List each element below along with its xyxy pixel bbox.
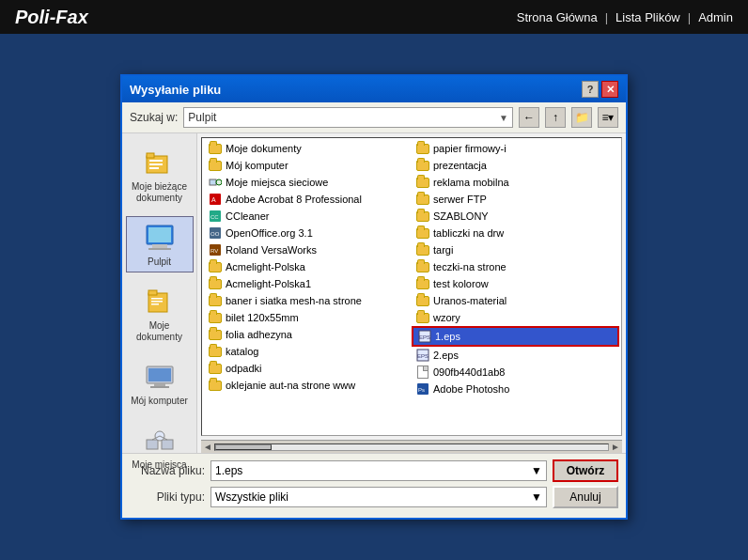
scroll-left-btn[interactable]: ◄ xyxy=(203,442,212,452)
list-item[interactable]: Uranos-material xyxy=(412,292,619,309)
list-item[interactable]: targi xyxy=(412,241,619,258)
list-item[interactable]: wzory xyxy=(412,309,619,326)
folder-icon xyxy=(415,141,430,156)
svg-rect-8 xyxy=(148,248,171,250)
filename-value: 1.eps xyxy=(215,464,242,477)
scroll-track xyxy=(214,443,609,451)
list-item[interactable]: odpadki xyxy=(204,360,412,377)
folder-icon xyxy=(208,361,223,376)
scroll-right-btn[interactable]: ► xyxy=(611,442,620,452)
filetype-label: Pliki typu: xyxy=(130,490,205,504)
svg-rect-12 xyxy=(151,301,163,303)
list-item[interactable]: SZABLONY xyxy=(412,208,619,225)
list-item[interactable]: CC CCleaner xyxy=(204,208,412,225)
list-item[interactable]: Acmelight-Polska1 xyxy=(204,275,412,292)
pulpit-icon xyxy=(143,221,177,255)
list-item[interactable]: serwer FTP xyxy=(412,191,619,208)
list-item[interactable]: papier firmowy-i xyxy=(412,140,619,157)
folder-icon xyxy=(415,293,430,308)
sidebar-item-moje-dokumenty[interactable]: Moje dokumenty xyxy=(126,280,194,348)
folder-icon xyxy=(415,209,430,224)
moje-dokumenty-icon xyxy=(143,285,177,319)
svg-rect-9 xyxy=(148,293,167,312)
list-item[interactable]: baner i siatka mesh-na strone xyxy=(204,292,412,309)
sidebar-moje-dokumenty-label: Moje dokumenty xyxy=(129,320,191,343)
list-item[interactable]: 090fb440d1ab8 xyxy=(412,364,619,381)
folder-icon xyxy=(415,192,430,207)
network-icon xyxy=(208,175,223,190)
sidebar-item-moje-biezace[interactable]: Moje bieżące dokumenty xyxy=(126,141,194,209)
svg-rect-13 xyxy=(151,303,159,305)
new-folder-button[interactable]: 📁 xyxy=(571,107,592,128)
up-button[interactable]: ↑ xyxy=(545,107,566,128)
help-button[interactable]: ? xyxy=(582,81,599,98)
sidebar-item-pulpit[interactable]: Pulpit xyxy=(126,216,194,272)
folder-icon xyxy=(208,259,223,274)
list-item[interactable]: Moje miejsca sieciowe xyxy=(204,174,412,191)
list-item[interactable]: RV Roland VersaWorks xyxy=(204,241,412,258)
titlebar-buttons: ? ✕ xyxy=(582,81,618,98)
folder-icon xyxy=(208,276,223,291)
list-item[interactable]: oklejanie aut-na strone www xyxy=(204,377,412,394)
svg-rect-23 xyxy=(210,179,216,185)
svg-rect-19 xyxy=(162,440,173,449)
nav-admin[interactable]: Admin xyxy=(698,10,733,24)
eps-icon: EPS xyxy=(415,348,430,363)
filelist-area: Moje dokumenty Mój komputer Moje miejs xyxy=(197,133,626,453)
list-item[interactable]: katalog xyxy=(204,343,412,360)
filetype-combo[interactable]: Wszystkie pliki ▼ xyxy=(210,487,547,507)
sidebar-item-moj-komputer[interactable]: Mój komputer xyxy=(126,355,194,412)
list-item[interactable]: Ps Adobe Photosho xyxy=(412,381,619,397)
filelist-scroll[interactable]: Moje dokumenty Mój komputer Moje miejs xyxy=(201,137,622,436)
back-button[interactable]: ← xyxy=(519,107,539,128)
svg-text:EPS: EPS xyxy=(419,334,430,340)
dialog-bottom: Nazwa pliku: 1.eps ▼ Otwórz Pliki typu: … xyxy=(122,453,626,518)
cancel-button[interactable]: Anuluj xyxy=(553,486,618,508)
svg-rect-2 xyxy=(149,160,163,162)
file-upload-dialog: Wysyłanie pliku ? ✕ Szukaj w: Pulpit ▼ ←… xyxy=(120,74,628,520)
filename-combo-arrow: ▼ xyxy=(531,464,542,477)
top-nav: Strona Główna | Lista Plików | Admin xyxy=(517,10,733,24)
selected-file-item[interactable]: EPS 1.eps xyxy=(412,326,619,347)
list-item[interactable]: EPS 2.eps xyxy=(412,347,619,364)
list-item[interactable]: bilet 120x55mm xyxy=(204,309,412,326)
view-button[interactable]: ≡▾ xyxy=(598,107,618,128)
sidebar-pulpit-label: Pulpit xyxy=(148,257,171,268)
svg-rect-10 xyxy=(148,290,157,295)
list-item[interactable]: OO OpenOffice.org 3.1 xyxy=(204,225,412,241)
filetype-combo-arrow: ▼ xyxy=(531,490,542,504)
places-sidebar: Moje bieżące dokumenty Pulpit xyxy=(122,133,197,453)
folder-icon xyxy=(208,158,223,173)
svg-rect-4 xyxy=(149,167,159,169)
svg-rect-11 xyxy=(151,298,163,300)
list-item[interactable]: Acmelight-Polska xyxy=(204,258,412,275)
list-item[interactable]: test kolorow xyxy=(412,275,619,292)
filename-combo[interactable]: 1.eps ▼ xyxy=(210,460,547,481)
folder-icon xyxy=(208,344,223,359)
location-toolbar: Szukaj w: Pulpit ▼ ← ↑ 📁 ≡▾ xyxy=(122,102,626,133)
eps-icon: EPS xyxy=(417,329,432,344)
list-item[interactable]: Moje dokumenty xyxy=(204,140,412,157)
list-item[interactable]: reklama mobilna xyxy=(412,174,619,191)
list-item[interactable]: Mój komputer xyxy=(204,157,412,174)
folder-icon xyxy=(208,293,223,308)
open-button[interactable]: Otwórz xyxy=(553,459,618,482)
combo-arrow-icon: ▼ xyxy=(499,113,508,123)
list-item[interactable]: teczki-na strone xyxy=(412,258,619,275)
dialog-titlebar: Wysyłanie pliku ? ✕ xyxy=(122,76,626,102)
list-item[interactable]: folia adhezyna xyxy=(204,326,412,343)
list-item[interactable]: prezentacja xyxy=(412,157,619,174)
filename-label: Nazwa pliku: xyxy=(130,464,205,477)
svg-rect-16 xyxy=(154,383,165,386)
list-item[interactable]: tabliczki na drw xyxy=(412,225,619,241)
moje-biezace-icon xyxy=(143,146,177,179)
close-button[interactable]: ✕ xyxy=(601,81,618,98)
nav-home[interactable]: Strona Główna xyxy=(517,10,598,24)
nav-files[interactable]: Lista Plików xyxy=(616,10,680,24)
scroll-thumb[interactable] xyxy=(215,444,272,450)
horizontal-scrollbar[interactable]: ◄ ► xyxy=(201,440,622,453)
logo: Poli-Fax xyxy=(15,7,88,28)
location-combo[interactable]: Pulpit ▼ xyxy=(183,107,513,128)
svg-rect-6 xyxy=(148,227,171,242)
list-item[interactable]: A Adobe Acrobat 8 Professional xyxy=(204,191,412,208)
